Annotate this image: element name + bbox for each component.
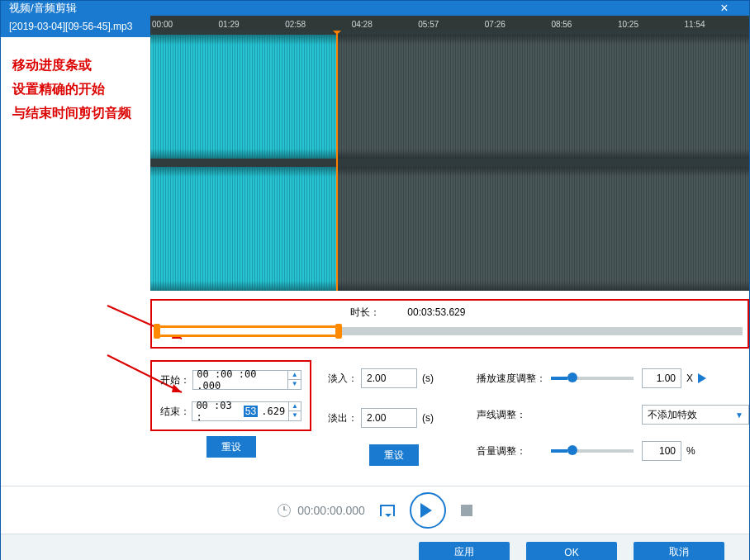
spinner[interactable]: ▲▼ [287, 371, 301, 389]
start-label: 开始： [160, 373, 192, 387]
chevron-down-icon: ▼ [735, 411, 743, 420]
voice-label: 声线调整： [477, 408, 551, 422]
main-panel: 00:00 01:29 02:58 04:28 05:57 07:26 08:5… [150, 16, 749, 486]
range-fill [157, 325, 339, 337]
sidebar: [2019-03-04][09-56-45].mp3 移动进度条或 设置精确的开… [1, 16, 150, 486]
fadeout-input[interactable] [361, 408, 417, 428]
fade-group: 淡入： (s) 淡出： (s) 重设 [328, 360, 460, 486]
ruler-tick: 08:56 [549, 20, 616, 29]
start-time-value: 00 :00 :00 .000 [193, 368, 287, 392]
ruler-tick: 00:00 [150, 20, 217, 29]
footer: 应用 OK 取消 [1, 534, 749, 560]
duration-label: 时长： [350, 306, 380, 318]
transport-bar: 00:00:00.000 [1, 486, 749, 534]
reset-fade-button[interactable]: 重设 [369, 444, 419, 466]
loop-icon[interactable] [380, 505, 395, 516]
annotation-text: 移动进度条或 设置精确的开始 与结束时间剪切音频 [1, 37, 150, 141]
volume-label: 音量调整： [477, 444, 551, 458]
transport-time: 00:00:00.000 [297, 504, 365, 517]
spin-down-icon[interactable]: ▼ [289, 411, 301, 420]
fadeout-unit: (s) [422, 412, 434, 424]
play-button[interactable] [410, 492, 446, 529]
window-title: 视频/音频剪辑 [9, 1, 77, 16]
spin-up-icon[interactable]: ▲ [289, 402, 301, 411]
window-body: [2019-03-04][09-56-45].mp3 移动进度条或 设置精确的开… [1, 16, 749, 560]
spin-down-icon[interactable]: ▼ [288, 380, 301, 389]
range-handle-start[interactable] [154, 324, 160, 339]
cancel-button[interactable]: 取消 [634, 542, 724, 561]
apply-button[interactable]: 应用 [419, 542, 510, 561]
editor-window: 视频/音频剪辑 × [2019-03-04][09-56-45].mp3 移动进… [0, 0, 750, 560]
reset-time-button[interactable]: 重设 [206, 436, 256, 458]
titlebar: 视频/音频剪辑 × [1, 1, 749, 16]
ruler-tick: 11:54 [683, 20, 750, 29]
volume-slider[interactable] [551, 449, 634, 453]
controls-row: 开始： 00 :00 :00 .000 ▲▼ 结束： 00 :03 :53.62… [150, 360, 749, 486]
ruler-tick: 01:29 [217, 20, 284, 29]
ruler-tick: 05:57 [416, 20, 483, 29]
time-group: 开始： 00 :00 :00 .000 ▲▼ 结束： 00 :03 :53.62… [150, 360, 311, 486]
end-time-prefix: 00 :03 : [192, 400, 243, 423]
ruler-tick: 07:26 [483, 20, 550, 29]
end-time-suffix: .629 [258, 406, 288, 417]
stop-button[interactable] [461, 505, 472, 516]
preview-speed-icon[interactable] [698, 373, 711, 383]
start-time-input[interactable]: 00 :00 :00 .000 ▲▼ [192, 370, 301, 390]
volume-unit: % [686, 445, 695, 457]
speed-slider[interactable] [551, 377, 634, 380]
end-label: 结束： [160, 405, 192, 419]
voice-dropdown[interactable]: 不添加特效 ▼ [642, 405, 749, 425]
waveform-channel [150, 35, 749, 159]
file-item[interactable]: [2019-03-04][09-56-45].mp3 [1, 16, 150, 37]
duration-value: 00:03:53.629 [407, 306, 465, 318]
speed-value[interactable]: 1.00 [642, 368, 681, 388]
ruler-tick: 04:28 [350, 20, 417, 29]
range-track[interactable] [157, 327, 743, 335]
ruler-tick: 02:58 [283, 20, 350, 29]
speed-unit: X [686, 373, 693, 384]
clock-icon [278, 504, 291, 517]
ok-button[interactable]: OK [526, 542, 617, 561]
range-handle-end[interactable] [335, 324, 342, 339]
end-time-selected: 53 [244, 406, 258, 417]
ruler-tick: 10:25 [616, 20, 683, 29]
fadein-input[interactable] [361, 368, 417, 388]
fadeout-label: 淡出： [328, 411, 361, 425]
end-time-input[interactable]: 00 :03 :53.629 ▲▼ [192, 401, 301, 421]
file-list: [2019-03-04][09-56-45].mp3 [1, 16, 150, 37]
waveform-display[interactable] [150, 31, 749, 291]
close-icon[interactable]: × [708, 1, 741, 16]
range-selector: 时长： 00:03:53.629 [150, 299, 749, 349]
volume-value[interactable]: 100 [642, 441, 681, 461]
time-ruler[interactable]: 00:00 01:29 02:58 04:28 05:57 07:26 08:5… [150, 16, 749, 31]
clock-readout: 00:00:00.000 [278, 504, 365, 517]
spinner[interactable]: ▲▼ [288, 402, 301, 420]
fadein-label: 淡入： [328, 372, 361, 386]
annotation-line: 设置精确的开始 [12, 78, 139, 102]
annotation-line: 与结束时间剪切音频 [12, 102, 139, 126]
waveform-channel [150, 167, 749, 291]
spin-up-icon[interactable]: ▲ [288, 371, 301, 380]
duration-readout: 时长： 00:03:53.629 [350, 306, 465, 320]
play-icon [420, 503, 439, 518]
speed-label: 播放速度调整： [477, 372, 551, 386]
annotation-line: 移动进度条或 [12, 54, 139, 78]
fadein-unit: (s) [422, 373, 434, 384]
voice-value: 不添加特效 [648, 408, 697, 422]
upper-area: [2019-03-04][09-56-45].mp3 移动进度条或 设置精确的开… [1, 16, 749, 486]
playhead[interactable] [336, 31, 338, 291]
adjust-group: 播放速度调整： 1.00 X 声线调整： 不添加特效 ▼ [477, 360, 749, 486]
